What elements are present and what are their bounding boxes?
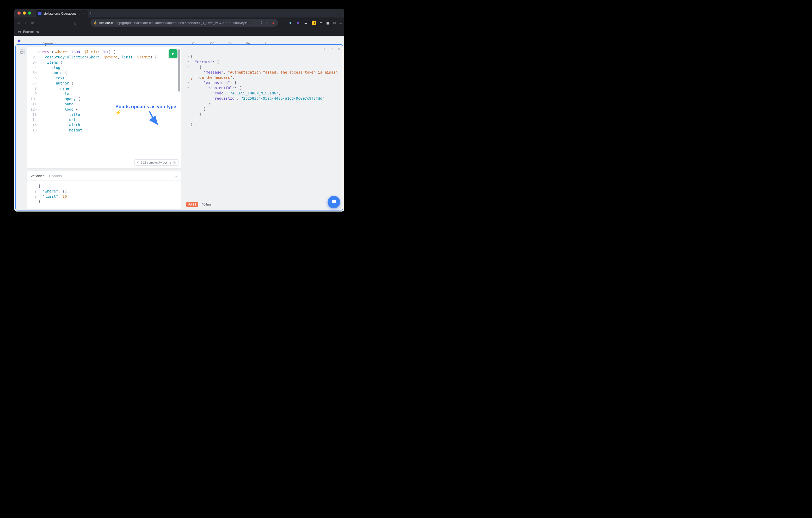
tab-favicon (38, 12, 41, 16)
brave-icon[interactable]: ▲ (271, 21, 275, 25)
browser-toolbar: ◁ ▷ ⟳ ▯ 🔒 stellate.co/app/graphcdn/stell… (14, 18, 344, 28)
reader-icon[interactable]: ▯ (74, 21, 76, 25)
browser-window: stellate-cms Operations - Stella × + ⌄ ◁… (14, 9, 344, 212)
tab-headers[interactable]: Headers (49, 174, 62, 178)
help-icon[interactable]: ? (173, 161, 176, 164)
pass-badge: PASS (186, 202, 198, 207)
shield-icon[interactable]: ⛨ (265, 21, 269, 25)
minimize-window-button[interactable] (23, 11, 26, 15)
titlebar: stellate-cms Operations - Stella × + ⌄ (14, 9, 344, 18)
back-icon[interactable]: ◁ (17, 21, 20, 25)
add-tab-icon[interactable]: + (323, 47, 325, 51)
browser-tab[interactable]: stellate-cms Operations - Stella × (36, 10, 88, 18)
panel-icon[interactable]: ▣ (326, 21, 330, 25)
tab-variables[interactable]: Variables (30, 174, 44, 178)
run-button[interactable] (169, 49, 177, 58)
maximize-window-button[interactable] (28, 11, 31, 15)
line-gutter: 1▼2▼3▼45▼67▼8910▼1112▼13141516 (28, 49, 38, 134)
result-code: { "errors": [ { "message": "Authenticati… (191, 54, 340, 195)
reload-icon[interactable]: ⟳ (31, 21, 34, 25)
share-icon[interactable]: ⇪ (260, 21, 263, 25)
url-text: stellate.co/app/graphcdn/stellate-cms/me… (99, 21, 258, 25)
tab-title: stellate-cms Operations - Stella (44, 12, 81, 16)
expand-icon[interactable]: ⤢ (330, 47, 333, 51)
extension-icons: ◆ ◉ ☁ R ✦ ▣ ⧉ ≡ (288, 21, 342, 25)
url-bar[interactable]: 🔒 stellate.co/app/graphcdn/stellate-cms/… (90, 19, 278, 27)
intercom-button[interactable] (327, 196, 340, 209)
ext-icon-3[interactable]: ☁ (304, 21, 308, 25)
result-pane[interactable]: ▼▼▼▼▼ { "errors": [ { "message": "Authen… (184, 47, 342, 197)
forward-icon[interactable]: ▷ (24, 21, 27, 25)
complexity-value: 302 complexity points (141, 161, 171, 164)
page-content: Operation Ca P9 Co Re U 1▼2▼3▼45▼67▼89 (14, 36, 344, 212)
window-chevron-icon[interactable]: ⌄ (338, 11, 341, 15)
folder-icon: 🗀 (18, 30, 21, 34)
variables-code[interactable]: { "where": {}, "limit": 10} (38, 183, 181, 204)
complexity-badge: ⁘ 302 complexity points ? (135, 159, 178, 166)
svg-rect-0 (21, 51, 23, 53)
result-gutter: ▼▼▼▼▼ (186, 54, 191, 195)
ext-icon-2[interactable]: ◉ (296, 21, 300, 25)
pip-icon[interactable]: ⧉ (333, 21, 336, 25)
close-icon[interactable]: × (338, 47, 340, 51)
ext-icon-4[interactable]: R (312, 21, 316, 25)
status-row: PASS 404ms (184, 199, 342, 210)
traffic-lights (18, 11, 31, 15)
variables-tabs: Variables Headers ⌄ (27, 171, 181, 181)
response-time: 404ms (201, 202, 212, 206)
ext-icon-1[interactable]: ◆ (288, 21, 292, 25)
close-window-button[interactable] (18, 11, 21, 15)
graph-icon: ⁘ (137, 161, 139, 164)
graphiql-playground: 1▼2▼3▼45▼67▼8910▼1112▼13141516 query ($w… (17, 47, 342, 210)
collapse-icon[interactable]: ⌄ (175, 174, 177, 178)
docs-panel-button[interactable] (19, 49, 25, 55)
bookmarks-bar: 🗀 Bookmarks (14, 28, 344, 36)
puzzle-icon[interactable]: ✦ (319, 21, 323, 25)
annotation-arrow-icon (148, 111, 161, 127)
vars-gutter: 1▼234 (28, 183, 38, 204)
close-tab-icon[interactable]: × (83, 11, 85, 16)
new-tab-button[interactable]: + (89, 10, 92, 16)
scrollbar[interactable] (178, 49, 180, 91)
result-toolbar: + ⤢ × (323, 47, 340, 51)
bookmarks-label[interactable]: Bookmarks (23, 30, 39, 34)
playground-sidebar (17, 47, 27, 210)
lock-icon: 🔒 (93, 21, 97, 25)
query-editor[interactable]: 1▼2▼3▼45▼67▼8910▼1112▼13141516 query ($w… (27, 47, 181, 168)
menu-icon[interactable]: ≡ (340, 21, 342, 25)
variables-pane: Variables Headers ⌄ 1▼234 { "where": {},… (27, 171, 181, 210)
